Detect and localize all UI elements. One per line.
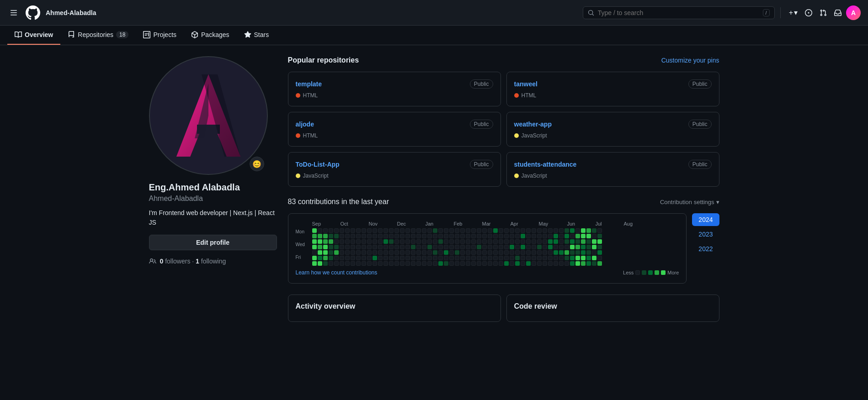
graph-day-cell[interactable] (312, 261, 317, 266)
graph-day-cell[interactable] (411, 261, 415, 266)
graph-day-cell[interactable] (323, 245, 328, 249)
graph-day-cell[interactable] (340, 228, 344, 233)
graph-day-cell[interactable] (575, 261, 580, 266)
graph-day-cell[interactable] (521, 261, 525, 266)
graph-day-cell[interactable] (575, 228, 580, 233)
graph-day-cell[interactable] (543, 228, 547, 233)
graph-day-cell[interactable] (334, 234, 339, 238)
user-avatar-button[interactable]: A (846, 5, 861, 20)
graph-day-cell[interactable] (416, 228, 421, 233)
graph-day-cell[interactable] (455, 228, 459, 233)
graph-day-cell[interactable] (581, 261, 586, 266)
graph-day-cell[interactable] (537, 234, 542, 238)
graph-day-cell[interactable] (351, 239, 355, 244)
graph-day-cell[interactable] (597, 245, 602, 249)
graph-day-cell[interactable] (586, 228, 591, 233)
graph-day-cell[interactable] (351, 228, 355, 233)
graph-day-cell[interactable] (559, 228, 564, 233)
inbox-button[interactable] (831, 6, 844, 19)
graph-day-cell[interactable] (362, 245, 366, 249)
graph-day-cell[interactable] (548, 228, 553, 233)
graph-day-cell[interactable] (394, 261, 399, 266)
tab-repositories[interactable]: Repositories 18 (60, 26, 136, 45)
graph-day-cell[interactable] (471, 234, 476, 238)
graph-day-cell[interactable] (559, 234, 564, 238)
repo-name-template[interactable]: template (296, 80, 322, 88)
graph-day-cell[interactable] (564, 256, 569, 260)
graph-day-cell[interactable] (504, 256, 509, 260)
graph-day-cell[interactable] (460, 239, 465, 244)
tab-packages[interactable]: Packages (184, 26, 236, 45)
graph-day-cell[interactable] (400, 239, 405, 244)
graph-day-cell[interactable] (373, 261, 377, 266)
graph-day-cell[interactable] (548, 234, 553, 238)
graph-day-cell[interactable] (510, 234, 514, 238)
graph-day-cell[interactable] (532, 250, 536, 255)
graph-day-cell[interactable] (416, 234, 421, 238)
graph-day-cell[interactable] (378, 234, 383, 238)
graph-day-cell[interactable] (597, 228, 602, 233)
graph-day-cell[interactable] (504, 228, 509, 233)
graph-day-cell[interactable] (373, 239, 377, 244)
graph-day-cell[interactable] (515, 261, 520, 266)
graph-day-cell[interactable] (433, 261, 437, 266)
graph-day-cell[interactable] (543, 256, 547, 260)
graph-day-cell[interactable] (504, 234, 509, 238)
graph-day-cell[interactable] (499, 245, 503, 249)
graph-day-cell[interactable] (586, 245, 591, 249)
year-2023-button[interactable]: 2023 (692, 228, 719, 241)
graph-day-cell[interactable] (389, 234, 394, 238)
graph-day-cell[interactable] (537, 261, 542, 266)
graph-day-cell[interactable] (526, 261, 531, 266)
graph-day-cell[interactable] (416, 261, 421, 266)
graph-day-cell[interactable] (449, 250, 454, 255)
graph-day-cell[interactable] (521, 239, 525, 244)
graph-day-cell[interactable] (340, 250, 344, 255)
graph-day-cell[interactable] (543, 250, 547, 255)
graph-day-cell[interactable] (383, 245, 388, 249)
graph-day-cell[interactable] (345, 228, 350, 233)
graph-day-cell[interactable] (477, 245, 481, 249)
graph-day-cell[interactable] (548, 239, 553, 244)
graph-day-cell[interactable] (455, 234, 459, 238)
graph-day-cell[interactable] (460, 228, 465, 233)
graph-day-cell[interactable] (488, 250, 492, 255)
graph-day-cell[interactable] (564, 239, 569, 244)
graph-day-cell[interactable] (340, 239, 344, 244)
graph-day-cell[interactable] (323, 256, 328, 260)
graph-day-cell[interactable] (543, 245, 547, 249)
graph-day-cell[interactable] (570, 261, 575, 266)
graph-day-cell[interactable] (521, 234, 525, 238)
graph-day-cell[interactable] (493, 250, 498, 255)
graph-day-cell[interactable] (510, 250, 514, 255)
graph-day-cell[interactable] (318, 245, 322, 249)
graph-day-cell[interactable] (438, 261, 443, 266)
graph-day-cell[interactable] (554, 234, 558, 238)
graph-day-cell[interactable] (394, 239, 399, 244)
customize-pins-link[interactable]: Customize your pins (661, 57, 719, 64)
graph-day-cell[interactable] (405, 261, 410, 266)
graph-day-cell[interactable] (554, 261, 558, 266)
graph-day-cell[interactable] (444, 234, 448, 238)
graph-day-cell[interactable] (411, 239, 415, 244)
graph-day-cell[interactable] (383, 228, 388, 233)
graph-day-cell[interactable] (449, 245, 454, 249)
graph-day-cell[interactable] (592, 228, 596, 233)
graph-day-cell[interactable] (389, 245, 394, 249)
graph-day-cell[interactable] (378, 245, 383, 249)
graph-day-cell[interactable] (329, 261, 333, 266)
graph-day-cell[interactable] (433, 228, 437, 233)
graph-day-cell[interactable] (422, 245, 426, 249)
graph-day-cell[interactable] (570, 250, 575, 255)
graph-day-cell[interactable] (416, 239, 421, 244)
graph-day-cell[interactable] (499, 239, 503, 244)
graph-day-cell[interactable] (345, 261, 350, 266)
graph-day-cell[interactable] (597, 239, 602, 244)
graph-day-cell[interactable] (471, 228, 476, 233)
graph-day-cell[interactable] (482, 245, 487, 249)
graph-day-cell[interactable] (383, 234, 388, 238)
graph-day-cell[interactable] (329, 228, 333, 233)
graph-day-cell[interactable] (438, 250, 443, 255)
graph-day-cell[interactable] (394, 234, 399, 238)
graph-day-cell[interactable] (499, 228, 503, 233)
